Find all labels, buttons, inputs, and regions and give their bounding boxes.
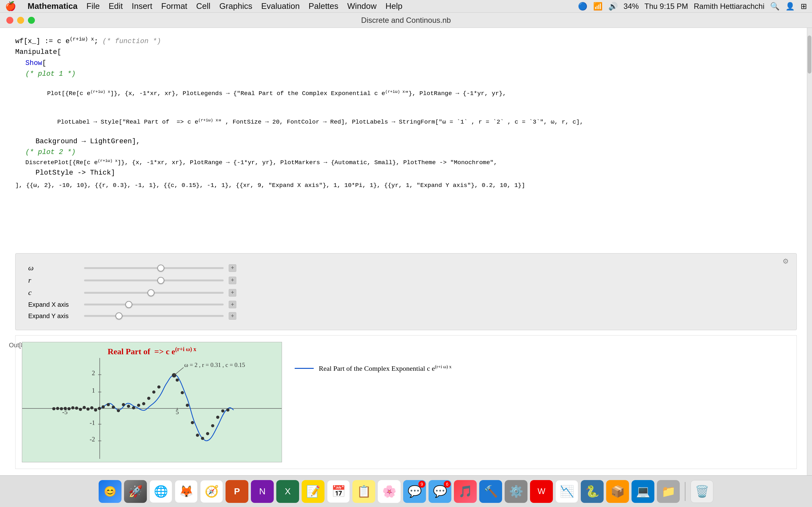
- dock-calendar[interactable]: 📅: [327, 480, 350, 503]
- dock-badges[interactable]: 💬 9: [403, 480, 426, 503]
- svg-point-48: [206, 432, 209, 435]
- r-slider[interactable]: [84, 279, 223, 281]
- dock-launchpad[interactable]: 🚀: [124, 480, 147, 503]
- dock-trash[interactable]: 🗑️: [691, 480, 713, 503]
- dock-python[interactable]: 🐍: [581, 480, 604, 503]
- code-line-6: Background → LightGreen],: [15, 136, 797, 147]
- dock-powerpoint[interactable]: P: [225, 480, 248, 503]
- apple-menu[interactable]: 🍎: [5, 1, 16, 11]
- scrollbar-thumb[interactable]: [808, 36, 811, 73]
- menu-graphics[interactable]: Graphics: [219, 1, 252, 11]
- controls-panel: ⚙ ω + r + c + Expand X axis: [15, 253, 797, 330]
- svg-point-37: [152, 390, 155, 394]
- omega-slider[interactable]: [84, 267, 223, 269]
- gear-icon[interactable]: ⚙: [782, 257, 792, 266]
- grid-icon[interactable]: ⊞: [801, 2, 807, 11]
- dock-onenote[interactable]: N: [251, 480, 274, 503]
- r-control: r +: [28, 276, 784, 285]
- svg-point-30: [117, 409, 120, 412]
- r-plus[interactable]: +: [229, 277, 236, 284]
- expand-x-slider[interactable]: [84, 303, 223, 305]
- minimize-button[interactable]: [17, 17, 24, 24]
- volume-icon: 🔊: [608, 2, 618, 11]
- code-line-1: wf[x_] := c e(r+iω) x; (* function *): [15, 36, 797, 47]
- svg-point-44: [186, 404, 189, 407]
- expand-y-plus[interactable]: +: [229, 312, 236, 320]
- code-line-8: PlotStyle -> Thick]: [15, 168, 797, 178]
- window-title: Discrete and Continous.nb: [361, 16, 451, 25]
- svg-text:2: 2: [92, 370, 95, 377]
- dock-finder[interactable]: 😊: [99, 480, 121, 503]
- c-control: c +: [28, 288, 784, 297]
- dock-system-prefs[interactable]: ⚙️: [505, 480, 527, 503]
- dock-files[interactable]: 📁: [657, 480, 680, 503]
- code-line-7: DiscretePlot[{Re[c e(r+iω) x]}, {x, -1*x…: [15, 158, 797, 168]
- svg-point-42: [176, 378, 179, 382]
- menubar: 🍎 Mathematica File Edit Insert Format Ce…: [0, 0, 812, 13]
- dock-photos[interactable]: 🌸: [378, 480, 401, 503]
- menubar-right: 🔵 📶 🔊 34% Thu 9:15 PM Ramith Hettiarachc…: [578, 2, 807, 11]
- code-line-3: Show[: [15, 58, 797, 69]
- dock-stickies[interactable]: 📝: [302, 480, 324, 503]
- expand-y-slider[interactable]: [84, 315, 223, 317]
- search-icon[interactable]: 🔍: [770, 2, 780, 11]
- code-line-9: ], {{ω, 2}, -10, 10}, {{r, 0.3}, -1, 1},…: [15, 181, 797, 190]
- svg-point-47: [201, 437, 204, 440]
- dock-excel[interactable]: X: [276, 480, 299, 503]
- time-display: Thu 9:15 PM: [645, 2, 688, 11]
- c-slider[interactable]: [84, 292, 223, 294]
- dock-xcode[interactable]: 🔨: [479, 480, 502, 503]
- dock-chrome[interactable]: 🌐: [149, 480, 172, 503]
- menu-cell[interactable]: Cell: [196, 1, 211, 11]
- dock-wolfram[interactable]: W: [530, 480, 553, 503]
- menu-help[interactable]: Help: [386, 1, 402, 11]
- scrollbar[interactable]: [807, 28, 812, 475]
- menu-insert[interactable]: Insert: [132, 1, 152, 11]
- svg-point-50: [216, 416, 219, 419]
- output-section: Out[8]= Real Part of => c e(r+i ω) x 2 1: [0, 335, 812, 475]
- app-name[interactable]: Mathematica: [28, 1, 78, 11]
- code-line-4: Plot[{Re[c e(r+iω) x]}, {x, -1*xr, xr}, …: [15, 79, 797, 108]
- dock-messages[interactable]: 💬 6: [428, 480, 451, 503]
- omega-label: ω: [28, 264, 79, 272]
- omega-plus[interactable]: +: [229, 264, 236, 272]
- menu-evaluation[interactable]: Evaluation: [261, 1, 299, 11]
- bluetooth-icon: 🔵: [578, 2, 588, 11]
- dock-music[interactable]: 🎵: [454, 480, 477, 503]
- svg-point-24: [90, 406, 93, 409]
- svg-point-18: [67, 407, 71, 410]
- plot-area: Real Part of => c e(r+i ω) x 2 1 -1 -2: [22, 342, 282, 462]
- battery-indicator: 34%: [623, 2, 639, 11]
- svg-point-51: [221, 409, 224, 412]
- legend-item: Real Part of the Complex Exponential c e…: [295, 364, 790, 373]
- menu-edit[interactable]: Edit: [108, 1, 123, 11]
- dock-matlab[interactable]: 📉: [555, 480, 578, 503]
- fullscreen-button[interactable]: [28, 17, 35, 24]
- svg-text:-1: -1: [90, 419, 95, 426]
- svg-point-23: [87, 407, 90, 411]
- expand-x-plus[interactable]: +: [229, 301, 236, 308]
- dock-vscode[interactable]: 💻: [631, 480, 654, 503]
- svg-point-26: [98, 407, 101, 410]
- dock-app1[interactable]: 📦: [606, 480, 629, 503]
- expand-y-label: Expand Y axis: [28, 313, 79, 320]
- svg-text:1: 1: [92, 387, 95, 394]
- c-plus[interactable]: +: [229, 289, 236, 297]
- menu-format[interactable]: Format: [161, 1, 187, 11]
- svg-point-32: [127, 405, 130, 408]
- dock-notes[interactable]: 📋: [352, 480, 375, 503]
- menu-window[interactable]: Window: [347, 1, 376, 11]
- svg-point-38: [157, 385, 160, 389]
- code-comment-1: (* plot 1 *): [15, 69, 797, 79]
- svg-point-52: [226, 408, 229, 412]
- svg-point-15: [56, 407, 59, 410]
- close-button[interactable]: [6, 17, 13, 24]
- user-icon[interactable]: 👤: [785, 2, 795, 11]
- menu-file[interactable]: File: [87, 1, 100, 11]
- svg-point-22: [83, 406, 86, 409]
- omega-control: ω +: [28, 264, 784, 272]
- dock-safari[interactable]: 🧭: [200, 480, 223, 503]
- menu-palettes[interactable]: Palettes: [309, 1, 339, 11]
- svg-point-14: [52, 407, 55, 410]
- dock-firefox[interactable]: 🦊: [175, 480, 198, 503]
